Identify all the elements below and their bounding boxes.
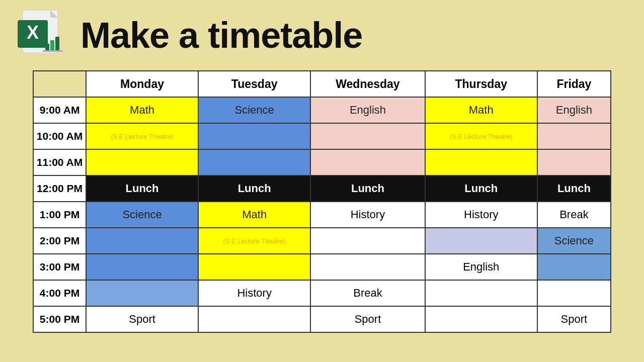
time-cell-8: 5:00 PM <box>33 306 86 332</box>
svg-rect-4 <box>45 44 49 51</box>
cell-friday-5: Science <box>537 228 611 254</box>
cell-wednesday-7: Break <box>310 280 425 306</box>
cell-wednesday-0: English <box>310 97 425 123</box>
svg-rect-7 <box>43 50 63 52</box>
cell-tuesday-3: Lunch <box>198 175 310 202</box>
cell-monday-7 <box>86 280 198 306</box>
table-row: 10:00 AM(S.E Lecture Theatre)(S.E Lectur… <box>33 123 611 149</box>
cell-wednesday-2 <box>310 149 425 175</box>
cell-friday-3: Lunch <box>537 175 611 202</box>
corner-cell <box>33 71 86 97</box>
cell-friday-0: English <box>537 97 611 123</box>
cell-tuesday-5: (S.E Lecture Theatre) <box>198 228 310 254</box>
table-row: 11:00 AM <box>33 149 611 175</box>
cell-thursday-6: English <box>425 254 537 280</box>
cell-monday-4: Science <box>86 202 198 228</box>
cell-monday-6 <box>86 254 198 280</box>
cell-monday-0: Math <box>86 97 198 123</box>
cell-wednesday-3: Lunch <box>310 175 425 202</box>
col-wednesday: Wednesday <box>310 71 425 97</box>
time-cell-3: 12:00 PM <box>33 175 86 202</box>
time-cell-0: 9:00 AM <box>33 97 86 123</box>
cell-thursday-1: (S.E Lecture Theatre) <box>425 123 537 149</box>
timetable-wrapper: Monday Tuesday Wednesday Thursday Friday… <box>33 70 611 333</box>
cell-thursday-8 <box>425 306 537 332</box>
cell-tuesday-6 <box>198 254 310 280</box>
cell-monday-2 <box>86 149 198 175</box>
timetable: Monday Tuesday Wednesday Thursday Friday… <box>33 70 611 333</box>
table-row: 2:00 PM(S.E Lecture Theatre)Science <box>33 228 611 254</box>
cell-tuesday-8 <box>198 306 310 332</box>
cell-wednesday-4: History <box>310 202 425 228</box>
cell-thursday-2 <box>425 149 537 175</box>
table-row: 4:00 PMHistoryBreak <box>33 280 611 306</box>
table-row: 9:00 AMMathScienceEnglishMathEnglish <box>33 97 611 123</box>
cell-monday-8: Sport <box>86 306 198 332</box>
cell-tuesday-4: Math <box>198 202 310 228</box>
cell-friday-1 <box>537 123 611 149</box>
cell-friday-4: Break <box>537 202 611 228</box>
col-friday: Friday <box>537 71 611 97</box>
page-header: X Make a timetable <box>0 0 644 68</box>
time-cell-2: 11:00 AM <box>33 149 86 175</box>
table-row: 5:00 PMSportSportSport <box>33 306 611 332</box>
time-cell-4: 1:00 PM <box>33 202 86 228</box>
cell-tuesday-0: Science <box>198 97 310 123</box>
cell-wednesday-6 <box>310 254 425 280</box>
page-title: Make a timetable <box>80 15 362 56</box>
time-cell-6: 3:00 PM <box>33 254 86 280</box>
cell-tuesday-1 <box>198 123 310 149</box>
table-row: 3:00 PMEnglish <box>33 254 611 280</box>
cell-monday-5 <box>86 228 198 254</box>
cell-wednesday-8: Sport <box>310 306 425 332</box>
table-row: 12:00 PMLunchLunchLunchLunchLunch <box>33 175 611 202</box>
svg-text:X: X <box>27 22 39 43</box>
col-thursday: Thursday <box>425 71 537 97</box>
cell-thursday-7 <box>425 280 537 306</box>
time-cell-5: 2:00 PM <box>33 228 86 254</box>
cell-wednesday-5 <box>310 228 425 254</box>
cell-friday-8: Sport <box>537 306 611 332</box>
svg-rect-6 <box>55 37 59 51</box>
col-monday: Monday <box>86 71 198 97</box>
cell-tuesday-7: History <box>198 280 310 306</box>
time-cell-7: 4:00 PM <box>33 280 86 306</box>
cell-thursday-4: History <box>425 202 537 228</box>
svg-rect-5 <box>50 40 54 51</box>
cell-friday-2 <box>537 149 611 175</box>
cell-thursday-3: Lunch <box>425 175 537 202</box>
cell-friday-6 <box>537 254 611 280</box>
cell-wednesday-1 <box>310 123 425 149</box>
cell-thursday-5 <box>425 228 537 254</box>
cell-thursday-0: Math <box>425 97 537 123</box>
cell-monday-3: Lunch <box>86 175 198 202</box>
time-cell-1: 10:00 AM <box>33 123 86 149</box>
cell-monday-1: (S.E Lecture Theatre) <box>86 123 198 149</box>
cell-friday-7 <box>537 280 611 306</box>
table-row: 1:00 PMScienceMathHistoryHistoryBreak <box>33 202 611 228</box>
col-tuesday: Tuesday <box>198 71 310 97</box>
cell-tuesday-2 <box>198 149 310 175</box>
excel-icon: X <box>15 8 70 63</box>
